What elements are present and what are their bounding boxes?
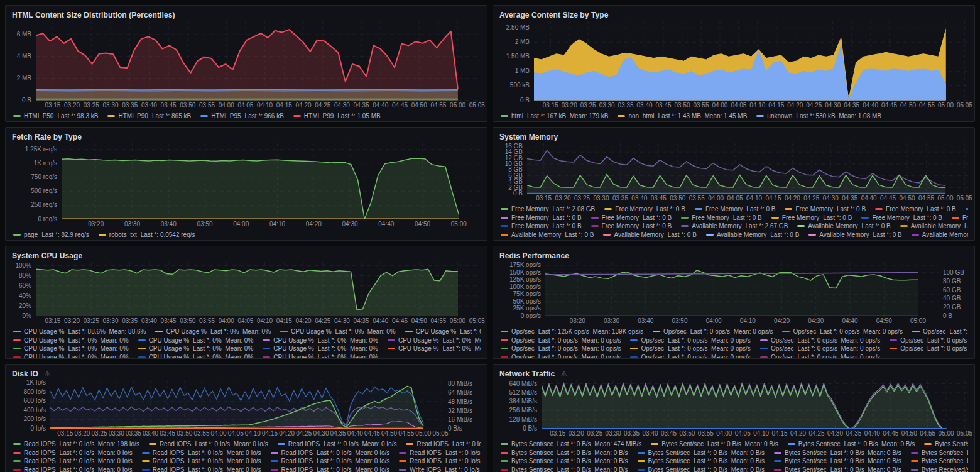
- legend-item[interactable]: Ops/secLast *: 0 ops/s Mean: 0 ops/s: [760, 337, 880, 344]
- legend-item[interactable]: Read IOPSLast *: 0 Io/s Mean: 0 Io/s: [399, 449, 481, 456]
- legend-item[interactable]: Read IOPSLast *: 0 Io/s Mean: 0 Io/s: [142, 458, 261, 464]
- legend-item[interactable]: Read IOPSLast *: 0 Io/s Mean: 0 Io/s: [149, 441, 268, 447]
- legend-item[interactable]: Read IOPSLast *: 0 Io/s Mean: 0 Io/s: [142, 466, 261, 472]
- panel-header[interactable]: Fetch Rate by Type: [12, 130, 481, 143]
- legend-item[interactable]: Ops/secLast *: 0 ops/s Mean: 0 ops/s: [630, 345, 750, 352]
- legend-item[interactable]: Ops/secLast *: 0 ops/s Mean: 0 ops/s: [630, 337, 750, 344]
- legend-item[interactable]: Bytes Sent/secLast *: 0 B/s Mean: 0 B/s: [638, 458, 765, 464]
- chart-plot[interactable]: [542, 380, 968, 429]
- legend-item[interactable]: Bytes Sent/secLast *: 0 B/s Mean: 0 B/s: [501, 449, 628, 456]
- legend-item[interactable]: Available MemoryLast *: 0 B: [808, 231, 901, 238]
- legend-item[interactable]: Read IOPSLast *: 0 Io/s Mean: 198 Io/s: [13, 441, 139, 447]
- legend-item[interactable]: Bytes Sent/secLast *: 0 B/s Mean: 0 B/s: [774, 458, 901, 464]
- chart-plot[interactable]: [545, 262, 939, 316]
- legend-item[interactable]: htmlLast *: 167 kB Mean: 179 kB: [501, 113, 608, 119]
- legend-item[interactable]: Read IOPSLast *: 0 Io/s Mean: 0 Io/s: [13, 466, 133, 472]
- legend-item[interactable]: Free MemoryLast *: 0 B: [501, 222, 582, 229]
- warning-icon[interactable]: ⚠: [44, 370, 51, 378]
- legend-item[interactable]: Available MemoryLast *: 0 B: [797, 222, 890, 229]
- legend-item[interactable]: Free MemoryLast *: 0 B: [861, 214, 942, 221]
- legend-item[interactable]: CPU Usage %Last *: 0% Mean: 0%: [13, 354, 129, 358]
- panel-header[interactable]: Disk IO⚠: [12, 367, 481, 380]
- legend-item[interactable]: Ops/secLast *: 0 ops/s Mean: 0 ops/s: [890, 345, 968, 352]
- legend-item[interactable]: Ops/secLast *: 0 ops/s Mean: 0 ops/s: [501, 345, 621, 352]
- chart-plot[interactable]: [62, 143, 481, 219]
- legend-item[interactable]: Bytes Sent/secLast *: 0 B/s Mean: 0 B/s: [788, 441, 915, 447]
- panel-header[interactable]: System CPU Usage: [12, 249, 481, 262]
- legend-item[interactable]: Bytes Sent/secLast *: 0 B/s Mean: 0 B/s: [651, 441, 778, 447]
- legend-item[interactable]: unknownLast *: 530 kB Mean: 1.08 MB: [756, 113, 881, 119]
- legend-item[interactable]: Read IOPSLast *: 0 Io/s Mean: 0 Io/s: [271, 449, 390, 456]
- legend-item[interactable]: CPU Usage %Last *: 0% Mean: 0%: [138, 345, 254, 352]
- legend-item[interactable]: Ops/secLast *: 0 ops/s Mean: 0 ops/s: [890, 337, 968, 344]
- legend-item[interactable]: Read IOPSLast *: 0 Io/s Mean: 0 Io/s: [271, 466, 390, 472]
- legend-item[interactable]: Bytes Sent/secLast *: 0 B/s Mean: 0 B/s: [638, 449, 765, 456]
- legend-item[interactable]: Free MemoryLast *: 0 B: [604, 206, 685, 212]
- legend-item[interactable]: Read IOPSLast *: 0 Io/s Mean: 0 Io/s: [399, 458, 481, 464]
- legend-item[interactable]: Ops/secLast *: 0 ops/s Mean: 0 ops/s: [501, 354, 621, 358]
- legend-item[interactable]: Read IOPSLast *: 0 Io/s Mean: 0 Io/s: [406, 441, 481, 447]
- legend-item[interactable]: HTML P90Last *: 865 kB: [107, 113, 191, 119]
- chart-plot[interactable]: [534, 21, 968, 101]
- panel-header[interactable]: Network Traffic⚠: [499, 367, 968, 380]
- panel-header[interactable]: Average Content Size by Type: [499, 8, 968, 21]
- legend-item[interactable]: Free MemoryLast *: 0 B: [681, 214, 762, 221]
- legend-item[interactable]: Bytes Received/secLast *: 0 B/s Mean: 50…: [911, 466, 968, 472]
- warning-icon[interactable]: ⚠: [560, 370, 567, 378]
- legend-item[interactable]: Bytes Sent/secLast *: 0 B/s Mean: 0 B/s: [924, 441, 968, 447]
- legend-item[interactable]: CPU Usage %Last *: 0% Mean: 0%: [155, 328, 271, 335]
- legend-item[interactable]: Bytes Sent/secLast *: 0 B/s Mean: 474 Mi…: [501, 441, 641, 447]
- legend-item[interactable]: Free MemoryLast *: 0 B: [966, 206, 968, 212]
- legend-item[interactable]: Bytes Sent/secLast *: 0 B/s Mean: 0 B/s: [911, 449, 968, 456]
- panel-header[interactable]: HTML Content Size Distribution (Percenti…: [12, 8, 481, 21]
- legend-item[interactable]: Free MemoryLast *: 0 B: [785, 206, 866, 212]
- legend-item[interactable]: Ops/secLast *: 0 ops/s Mean: 0 ops/s: [760, 345, 880, 352]
- legend-item[interactable]: CPU Usage %Last *: 0% Mean: 0%: [388, 337, 481, 344]
- legend-item[interactable]: Free MemoryLast *: 0 B: [771, 214, 852, 221]
- legend-item[interactable]: CPU Usage %Last *: 0% Mean: 0%: [263, 337, 378, 344]
- legend-item[interactable]: non_htmlLast *: 1.43 MB Mean: 1.45 MB: [618, 113, 747, 119]
- legend-item[interactable]: Bytes Sent/secLast *: 0 B/s Mean: 0 B/s: [911, 458, 968, 464]
- legend-item[interactable]: Bytes Sent/secLast *: 0 B/s Mean: 0 B/s: [638, 466, 765, 472]
- legend-item[interactable]: Ops/secLast *: 0 ops/s Mean: 0 ops/s: [653, 328, 773, 335]
- legend-item[interactable]: Free MemoryLast *: 0 B: [591, 222, 672, 229]
- legend-item[interactable]: Free MemoryLast *: 0 B: [591, 214, 672, 221]
- legend-item[interactable]: Free MemoryLast *: 0 B: [952, 214, 968, 221]
- chart-plot[interactable]: [50, 380, 444, 429]
- legend-item[interactable]: Available MemoryLast *: 0 B: [501, 231, 594, 238]
- legend-item[interactable]: HTML P95Last *: 966 kB: [200, 113, 284, 119]
- legend-item[interactable]: CPU Usage %Last *: 0% Mean: 0%: [263, 345, 378, 352]
- legend-item[interactable]: Available MemoryLast *: 2.67 GB: [681, 222, 788, 229]
- legend-item[interactable]: CPU Usage %Last *: 88.6% Mean: 88.6%: [13, 328, 146, 335]
- legend-item[interactable]: Ops/secLast *: 0 ops/s Mean: 0 ops/s: [912, 328, 968, 335]
- legend-item[interactable]: Available MemoryLast *: 0 B: [900, 222, 968, 229]
- legend-item[interactable]: Read IOPSLast *: 0 Io/s Mean: 0 Io/s: [271, 458, 390, 464]
- legend-item[interactable]: Bytes Sent/secLast *: 0 B/s Mean: 0 B/s: [774, 466, 901, 472]
- legend-item[interactable]: CPU Usage %Last *: 0% Mean: 0%: [388, 345, 481, 352]
- legend-item[interactable]: Free MemoryLast *: 2.08 GB: [501, 206, 595, 212]
- legend-item[interactable]: Free MemoryLast *: 0 B: [501, 214, 582, 221]
- legend-item[interactable]: Ops/secLast *: 0 ops/s Mean: 0 ops/s: [630, 354, 750, 358]
- legend-item[interactable]: Available MemoryLast *: 0 B: [912, 231, 968, 238]
- legend-item[interactable]: Ops/secLast *: 0 ops/s Mean: 0 ops/s: [760, 354, 880, 358]
- legend-item[interactable]: Available MemoryLast *: 0 B: [706, 231, 799, 238]
- legend-item[interactable]: Free MemoryLast *: 0 B: [695, 206, 776, 212]
- legend-item[interactable]: Read IOPSLast *: 0 Io/s Mean: 0 Io/s: [142, 449, 261, 456]
- legend-item[interactable]: robots_txtLast *: 0.0542 req/s: [99, 231, 195, 238]
- legend-item[interactable]: Ops/secLast *: 0 ops/s Mean: 0 ops/s: [501, 337, 621, 344]
- legend-item[interactable]: Ops/secLast *: 0 ops/s Mean: 0 ops/s: [782, 328, 902, 335]
- legend-item[interactable]: Bytes Sent/secLast *: 0 B/s Mean: 0 B/s: [501, 466, 628, 472]
- legend-item[interactable]: pageLast *: 82.9 req/s: [13, 231, 89, 238]
- legend-item[interactable]: CPU Usage %Last *: 0% Mean: 0%: [263, 354, 378, 358]
- legend-item[interactable]: CPU Usage %Last *: 0% Mean: 0%: [280, 328, 396, 335]
- chart-plot[interactable]: [36, 262, 481, 316]
- legend-item[interactable]: CPU Usage %Last *: 0% Mean: 0%: [138, 337, 254, 344]
- legend-item[interactable]: Available MemoryLast *: 0 B: [603, 231, 696, 238]
- legend-item[interactable]: HTML P50Last *: 98.3 kB: [13, 113, 98, 119]
- panel-header[interactable]: Redis Performance: [499, 249, 968, 262]
- chart-plot[interactable]: [36, 21, 481, 101]
- legend-item[interactable]: CPU Usage %Last *: 0% Mean: 0%: [138, 354, 254, 358]
- legend-item[interactable]: Bytes Sent/secLast *: 0 B/s Mean: 0 B/s: [501, 458, 628, 464]
- panel-header[interactable]: System Memory: [499, 130, 968, 143]
- legend-item[interactable]: Read IOPSLast *: 0 Io/s Mean: 0 Io/s: [13, 449, 133, 456]
